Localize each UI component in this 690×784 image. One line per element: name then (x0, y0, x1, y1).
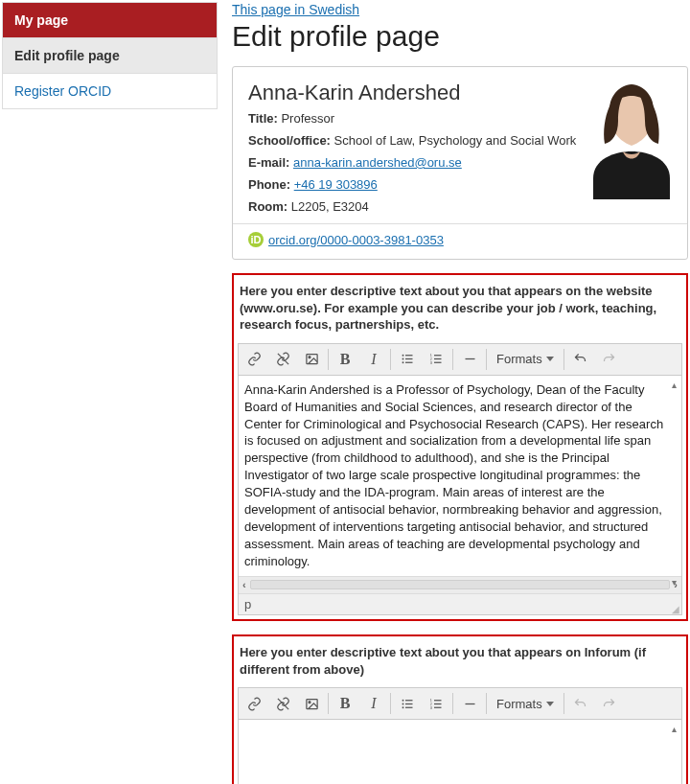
profile-card: Anna-Karin Andershed Title: Professor Sc… (232, 66, 688, 260)
svg-point-24 (402, 706, 403, 708)
svg-rect-25 (405, 706, 413, 707)
svg-text:3: 3 (429, 361, 431, 365)
bullet-list-icon[interactable] (393, 689, 422, 718)
orcid-icon: iD (248, 232, 264, 247)
sidebar: My page Edit profile page Register ORCID (2, 2, 218, 784)
link-icon[interactable] (240, 689, 268, 718)
inforum-bio-label: Here you enter descriptive text about yo… (238, 640, 682, 687)
room-label: Room: (248, 199, 288, 214)
svg-point-6 (402, 358, 403, 360)
website-bio-label: Here you enter descriptive text about yo… (238, 279, 682, 343)
website-bio-editor: Here you enter descriptive text about yo… (232, 273, 688, 621)
svg-point-8 (402, 361, 403, 363)
svg-rect-7 (405, 358, 413, 359)
email-label: E-mail: (248, 155, 289, 170)
chevron-down-icon (546, 702, 554, 706)
language-link[interactable]: This page in Swedish (232, 2, 359, 17)
bold-button[interactable]: B (331, 345, 359, 374)
chevron-down-icon (546, 357, 554, 361)
image-icon[interactable] (297, 689, 326, 718)
phone-label: Phone: (248, 177, 290, 192)
page-title: Edit profile page (232, 20, 688, 53)
school-value: School of Law, Psychology and Social Wor… (334, 133, 577, 148)
undo-icon[interactable] (566, 689, 595, 718)
link-icon[interactable] (240, 345, 268, 374)
inforum-bio-editor: Here you enter descriptive text about yo… (232, 634, 688, 784)
hr-icon[interactable] (455, 689, 484, 718)
formats-dropdown[interactable]: Formats (489, 689, 562, 718)
svg-point-3 (309, 357, 310, 358)
svg-point-4 (402, 355, 403, 357)
svg-rect-31 (434, 706, 442, 707)
horizontal-scrollbar[interactable]: ‹› (239, 576, 681, 593)
svg-rect-13 (434, 358, 442, 359)
image-icon[interactable] (297, 345, 326, 374)
hr-icon[interactable] (455, 345, 484, 374)
bold-button[interactable]: B (331, 689, 359, 718)
school-label: School/office: (248, 133, 331, 148)
main-content: This page in Swedish Edit profile page A… (232, 2, 688, 784)
unlink-icon[interactable] (268, 689, 297, 718)
svg-point-19 (309, 701, 310, 703)
title-label: Title: (248, 111, 278, 126)
phone-link[interactable]: +46 19 303896 (294, 177, 378, 192)
editor-toolbar: B I 123 Formats (238, 343, 682, 376)
svg-rect-23 (405, 703, 413, 703)
redo-icon[interactable] (595, 345, 624, 374)
website-bio-textarea[interactable]: Anna-Karin Andershed is a Professor of P… (239, 376, 681, 576)
bullet-list-icon[interactable] (393, 345, 422, 374)
avatar (584, 75, 679, 199)
svg-rect-9 (405, 362, 413, 363)
svg-point-22 (402, 703, 403, 704)
room-value: L2205, E3204 (291, 199, 369, 214)
email-link[interactable]: anna-karin.andershed@oru.se (293, 155, 462, 170)
numbered-list-icon[interactable]: 123 (422, 689, 450, 718)
numbered-list-icon[interactable]: 123 (422, 345, 450, 374)
svg-rect-27 (434, 700, 442, 701)
svg-rect-15 (434, 362, 442, 363)
editor-toolbar: B I 123 Formats (238, 687, 682, 720)
redo-icon[interactable] (595, 689, 624, 718)
title-value: Professor (281, 111, 334, 126)
orcid-link[interactable]: orcid.org/0000-0003-3981-0353 (268, 233, 444, 247)
resize-handle[interactable]: ◢ (672, 606, 679, 613)
nav-register-orcid[interactable]: Register ORCID (3, 74, 217, 108)
svg-text:3: 3 (429, 705, 431, 709)
unlink-icon[interactable] (268, 345, 297, 374)
svg-rect-5 (405, 355, 413, 356)
svg-point-20 (402, 699, 403, 701)
undo-icon[interactable] (566, 345, 595, 374)
italic-button[interactable]: I (359, 345, 388, 374)
svg-rect-2 (306, 355, 316, 364)
editor-status-path[interactable]: p◢ (239, 593, 681, 614)
formats-dropdown[interactable]: Formats (489, 345, 562, 374)
nav-edit-profile[interactable]: Edit profile page (3, 38, 217, 74)
inforum-bio-textarea[interactable] (239, 720, 681, 784)
italic-button[interactable]: I (359, 689, 388, 718)
svg-rect-11 (434, 355, 442, 356)
svg-rect-21 (405, 700, 413, 701)
svg-rect-18 (306, 699, 316, 708)
nav-my-page[interactable]: My page (3, 3, 217, 38)
svg-rect-29 (434, 703, 442, 703)
